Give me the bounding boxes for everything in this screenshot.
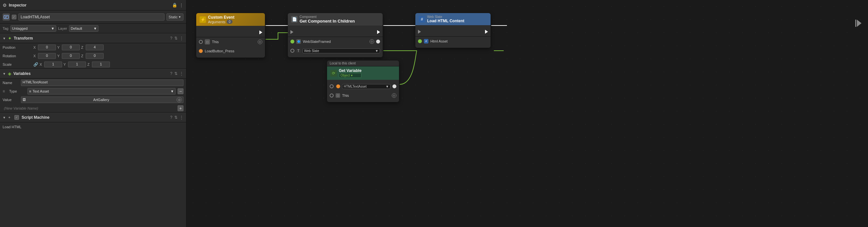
variable-type-row: ≡ Type ≡ Text Asset ▼ − (0, 87, 186, 96)
script-machine-chevron[interactable]: ▼ (3, 116, 6, 119)
script-name: Load HTML (3, 124, 184, 130)
script-machine-active-checkbox[interactable] (14, 115, 19, 120)
custom-event-header: ⚡ Custom Event Arguments 0 (196, 13, 265, 26)
component-node[interactable]: 📄 Component Get Component In Children 🔷 … (288, 13, 383, 57)
value-picker-button[interactable]: ◎ (177, 97, 182, 102)
transform-settings-icon[interactable]: ⇅ (174, 36, 178, 40)
object-name-field[interactable]: LoadHTMLAsset (18, 13, 164, 21)
tag-dropdown-arrow: ▼ (51, 27, 55, 30)
this-label: This (212, 40, 256, 44)
custom-event-exec-row (196, 28, 265, 37)
value-field[interactable]: 🖼 ArtGallery ◎ (21, 96, 184, 103)
layer-label: Layer (58, 27, 67, 30)
lock-icon[interactable]: 🔒 (172, 3, 177, 7)
position-x-input[interactable]: 0 (38, 44, 56, 51)
position-label: Position (3, 45, 32, 50)
rotation-y-input[interactable]: 0 (62, 53, 80, 59)
value-icon: 🖼 (23, 98, 26, 101)
type-label: Type (9, 89, 26, 93)
graph-panel[interactable]: ⚡ Custom Event Arguments 0 □ This ⊙ (186, 0, 868, 227)
script-machine-settings-icon[interactable]: ⇅ (174, 115, 178, 120)
webslate-type-select[interactable]: Web Slate ▼ (303, 48, 380, 53)
webslate-exec-in-port (418, 30, 421, 34)
scale-z-input[interactable]: 1 (92, 62, 110, 67)
object-header: LoadHTMLAsset Static ▼ (0, 10, 186, 24)
htmltextasset-type-port (336, 85, 340, 88)
custom-event-title: Custom Event (208, 15, 235, 20)
transform-help-icon[interactable]: ? (170, 36, 173, 40)
webslate-node[interactable]: # Web Slate Load HTML Content # Html Ass… (415, 13, 491, 48)
custom-event-node[interactable]: ⚡ Custom Event Arguments 0 □ This ⊙ (196, 13, 265, 58)
transform-icon: ✦ (8, 36, 12, 41)
name-input[interactable]: HTMLTextAsset (21, 79, 184, 86)
type-drag-icon: ≡ (3, 89, 7, 94)
tag-label: Tag (3, 27, 8, 30)
layer-select[interactable]: Default ▼ (69, 25, 98, 32)
transform-title: Transform (14, 36, 168, 40)
getvariable-node[interactable]: Local to this client ⟳ Get Variable Obje… (327, 61, 399, 102)
variables-menu-icon[interactable]: ⋮ (180, 71, 184, 76)
custom-event-this-row: □ This ⊙ (196, 37, 265, 46)
inspector-menu-icon[interactable]: ⋮ (179, 3, 184, 7)
webslate-exec-row (415, 27, 491, 36)
webslateframed-icon: 🔷 (296, 39, 301, 44)
add-variable-button[interactable]: + (178, 105, 184, 111)
this-target-btn[interactable]: ⊙ (258, 40, 262, 44)
remove-variable-button[interactable]: − (178, 88, 184, 94)
object-type-icon (3, 13, 10, 21)
getvariable-this-row: □ This ⊙ (327, 91, 399, 100)
position-y-input[interactable]: 0 (62, 44, 80, 51)
script-machine-help-icon[interactable]: ? (170, 115, 173, 120)
transform-menu-icon[interactable]: ⋮ (180, 36, 184, 40)
tag-select[interactable]: Untagged ▼ (10, 25, 56, 32)
position-z-label: Z (81, 45, 85, 50)
inspector-icon: ⚙ (3, 3, 7, 8)
variables-settings-icon[interactable]: ⇅ (174, 71, 178, 76)
getvariable-badge-label: Local to this client (327, 61, 399, 66)
new-variable-row: (New Variable Name) + (0, 104, 186, 112)
component-header-label1: Component (300, 15, 355, 19)
webslate-header-subtitle: Load HTML Content (427, 19, 464, 23)
script-machine-menu-icon[interactable]: ⋮ (180, 115, 184, 120)
getvariable-this-in-port (330, 94, 334, 97)
inspector-header: ⚙ Inspector 🔒 ⋮ (0, 0, 186, 10)
object-active-checkbox[interactable] (12, 15, 17, 19)
getvariable-icon: ⟳ (330, 70, 337, 76)
svg-rect-2 (5, 17, 6, 18)
static-dropdown-arrow: ▼ (178, 15, 181, 19)
webslateframed-target-btn[interactable]: ⊙ (370, 39, 374, 44)
variables-title: Variables (13, 71, 168, 76)
custom-event-body: □ This ⊙ LoadButton_Press (196, 26, 265, 58)
component-header: 📄 Component Get Component In Children (288, 13, 383, 26)
new-variable-placeholder: (New Variable Name) (3, 106, 176, 110)
html-asset-icon: # (424, 39, 428, 43)
webslateframed-row: 🔷 WebSlateFramed ⊙ (288, 37, 383, 46)
rotation-x-input[interactable]: 0 (38, 53, 56, 59)
script-section: Load HTML (0, 122, 186, 131)
svg-rect-1 (5, 17, 7, 17)
getvariable-this-target-btn[interactable]: ⊙ (392, 93, 396, 98)
rotation-label: Rotation (3, 54, 32, 58)
getvariable-this-icon: □ (336, 93, 340, 98)
variables-chevron[interactable]: ▼ (3, 72, 6, 75)
rotation-z-input[interactable]: 0 (86, 53, 104, 59)
script-machine-section-header: ▼ ✦ Script Machine ? ⇅ ⋮ (0, 112, 186, 122)
value-label: Value (3, 98, 19, 102)
variables-help-icon[interactable]: ? (170, 71, 173, 76)
webslate-header-title: Web Slate (427, 15, 464, 19)
scale-x-input[interactable]: 1 (44, 62, 62, 67)
htmltextasset-select[interactable]: HTMLTextAsset ▼ (342, 84, 391, 89)
position-z-input[interactable]: 4 (86, 44, 104, 51)
layer-dropdown-arrow: ▼ (93, 27, 97, 30)
webslate-exec-out-port (485, 30, 488, 34)
static-button[interactable]: Static ▼ (166, 13, 184, 21)
type-select[interactable]: ≡ Text Asset ▼ (28, 88, 176, 95)
inspector-title: Inspector (9, 3, 170, 7)
variables-icon: ◈ (8, 71, 11, 76)
getvariable-type-dropdown[interactable]: Object ▾ (339, 73, 362, 78)
webslate-body: # Html Asset (415, 25, 491, 48)
transform-chevron[interactable]: ▼ (3, 37, 6, 40)
this-icon: □ (205, 39, 210, 44)
scale-y-input[interactable]: 1 (68, 62, 86, 67)
html-asset-label: Html Asset (430, 39, 488, 43)
